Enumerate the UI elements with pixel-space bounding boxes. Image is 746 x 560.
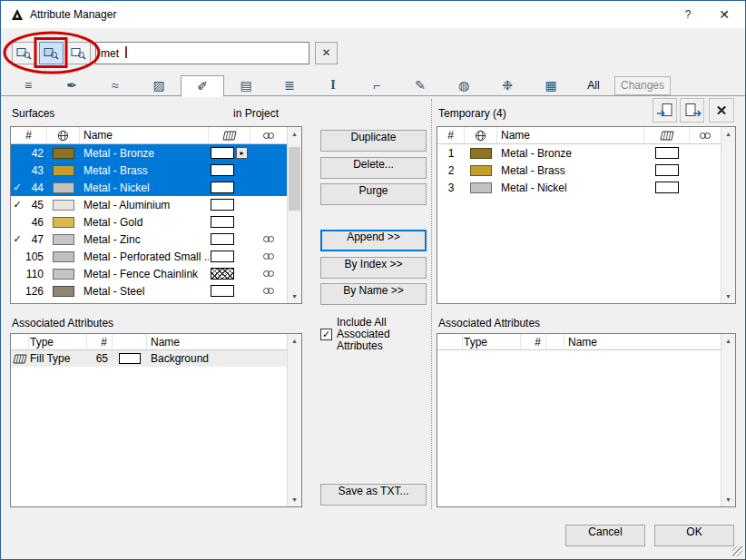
table-row[interactable]: 2 Metal - Brass bbox=[437, 162, 721, 179]
save-as-txt-button[interactable]: Save as TXT... bbox=[320, 484, 427, 506]
clear-temporary-button[interactable]: ✕ bbox=[709, 98, 734, 123]
row-checkmark: ✓ bbox=[11, 179, 24, 196]
globe-column-icon[interactable] bbox=[47, 127, 80, 143]
texture-column-icon[interactable] bbox=[690, 127, 721, 143]
table-row[interactable]: ✓ 45 Metal - Aluminium bbox=[11, 196, 287, 213]
column-header-type[interactable]: Type bbox=[463, 334, 521, 349]
tab-line-types[interactable]: ≈ bbox=[93, 75, 137, 96]
table-row[interactable]: ✓ 47 Metal - Zinc bbox=[11, 231, 287, 248]
table-row[interactable]: 42 Metal - Bronze ▸ bbox=[11, 144, 287, 162]
temporary-scrollbar[interactable]: ▲ ▼ bbox=[721, 127, 735, 303]
assoc-table-header: Type # Name bbox=[437, 334, 721, 350]
help-button[interactable]: ? bbox=[672, 1, 703, 28]
copy-to-temporary-button[interactable] bbox=[653, 98, 677, 123]
texture-icon bbox=[262, 269, 275, 279]
table-row[interactable]: ✓ 44 Metal - Nickel bbox=[11, 179, 287, 196]
table-row[interactable]: 110 Metal - Fence Chainlink bbox=[11, 265, 287, 282]
tab-layers[interactable]: ≡ bbox=[6, 75, 50, 96]
zones-icon: ⌐ bbox=[373, 78, 380, 93]
surface-color-swatch bbox=[470, 165, 492, 176]
left-panel-title: Surfaces bbox=[12, 107, 54, 120]
scroll-up-arrow[interactable]: ▲ bbox=[288, 127, 301, 141]
composites-icon: ▤ bbox=[240, 78, 251, 93]
column-header-name[interactable]: Name bbox=[147, 334, 287, 349]
tab-composites[interactable]: ▤ bbox=[224, 75, 268, 96]
fill-column-icon[interactable] bbox=[209, 127, 250, 143]
surfaces-scrollbar[interactable]: ▲ ▼ bbox=[287, 127, 301, 303]
texture-column-icon[interactable] bbox=[250, 127, 287, 143]
surface-color-swatch bbox=[470, 148, 492, 159]
tab-zones[interactable]: ⌐ bbox=[355, 75, 398, 96]
table-row[interactable]: 105 Metal - Perforated Small ... bbox=[11, 248, 287, 265]
tab-changes[interactable]: Changes bbox=[614, 76, 671, 95]
tab-all[interactable]: All bbox=[573, 75, 614, 96]
assoc-row[interactable]: Fill Type 65 Background bbox=[11, 350, 287, 367]
table-row[interactable]: 46 Metal - Gold bbox=[11, 213, 287, 231]
tab-cities[interactable]: ◍ bbox=[442, 75, 486, 96]
scroll-up-arrow[interactable]: ▲ bbox=[721, 127, 735, 141]
table-row[interactable]: 3 Metal - Nickel bbox=[437, 179, 721, 196]
temporary-table-header: # Name bbox=[437, 127, 721, 144]
scrollbar-thumb[interactable] bbox=[289, 147, 300, 211]
scroll-down-arrow[interactable]: ▼ bbox=[721, 290, 735, 303]
resize-grip[interactable] bbox=[732, 546, 742, 556]
table-row[interactable]: 126 Metal - Steel bbox=[11, 282, 287, 300]
right-assoc-scrollbar[interactable]: ▲ ▼ bbox=[721, 334, 735, 506]
scroll-down-arrow[interactable]: ▼ bbox=[288, 290, 301, 303]
include-all-checkbox[interactable]: ✓ bbox=[320, 329, 332, 340]
fill-popup-button[interactable]: ▸ bbox=[236, 147, 248, 159]
surface-color-swatch bbox=[53, 269, 74, 280]
search-mode-button-2[interactable] bbox=[39, 42, 64, 64]
include-all-label[interactable]: Include All Associated Attributes bbox=[337, 317, 407, 352]
cancel-button[interactable]: Cancel bbox=[565, 525, 645, 546]
search-mode-button-1[interactable] bbox=[12, 42, 36, 64]
column-header-number[interactable]: # bbox=[437, 127, 465, 143]
scroll-up-arrow[interactable]: ▲ bbox=[721, 334, 735, 348]
by-name-button[interactable]: By Name >> bbox=[320, 283, 427, 305]
tab-pen-sets[interactable]: ≣ bbox=[268, 75, 311, 96]
surface-color-swatch bbox=[53, 217, 74, 228]
hatch-icon bbox=[222, 131, 237, 141]
append-button[interactable]: Append >> bbox=[320, 230, 427, 251]
copy-from-temporary-button[interactable] bbox=[680, 98, 704, 123]
fill-swatch bbox=[211, 251, 234, 262]
line-types-icon: ≈ bbox=[112, 78, 119, 93]
tab-profiles[interactable]: I bbox=[311, 75, 355, 96]
globe-column-icon[interactable] bbox=[465, 127, 497, 143]
table-row[interactable]: 1 Metal - Bronze bbox=[437, 144, 721, 162]
pen-icon: ✒ bbox=[66, 78, 77, 93]
fill-column-icon[interactable] bbox=[644, 127, 690, 143]
tab-surfaces[interactable]: ✐ bbox=[181, 75, 224, 97]
column-header-name[interactable]: Name bbox=[80, 127, 209, 143]
fill-types-icon: ▨ bbox=[152, 78, 164, 93]
fill-swatch bbox=[211, 216, 234, 228]
left-assoc-scrollbar[interactable]: ▲ ▼ bbox=[287, 334, 301, 506]
tab-markup-styles[interactable]: ✎ bbox=[398, 75, 442, 96]
column-header-number[interactable]: # bbox=[87, 334, 113, 349]
clear-search-button[interactable]: ✕ bbox=[315, 42, 338, 64]
table-row[interactable]: 43 Metal - Brass bbox=[11, 162, 287, 179]
search-input[interactable] bbox=[95, 42, 309, 64]
scroll-up-arrow[interactable]: ▲ bbox=[288, 334, 301, 348]
column-header-name[interactable]: Name bbox=[497, 127, 644, 143]
fill-type-icon bbox=[13, 354, 27, 364]
surface-color-swatch bbox=[53, 182, 74, 193]
scroll-down-arrow[interactable]: ▼ bbox=[721, 493, 735, 506]
tab-building-materials[interactable]: ▦ bbox=[529, 75, 573, 96]
close-button[interactable]: ✕ bbox=[709, 1, 740, 28]
globe-icon bbox=[475, 130, 486, 142]
delete-button[interactable]: Delete... bbox=[320, 157, 427, 179]
tab-mep-systems[interactable]: ❉ bbox=[486, 75, 529, 96]
search-mode-button-3[interactable] bbox=[66, 42, 91, 64]
duplicate-button[interactable]: Duplicate bbox=[320, 130, 427, 152]
by-index-button[interactable]: By Index >> bbox=[320, 257, 427, 279]
tab-fill-types[interactable]: ▨ bbox=[137, 75, 181, 96]
purge-button[interactable]: Purge bbox=[320, 183, 427, 205]
scroll-down-arrow[interactable]: ▼ bbox=[288, 493, 301, 506]
column-header-name[interactable]: Name bbox=[564, 334, 721, 349]
column-header-number[interactable]: # bbox=[521, 334, 546, 349]
column-header-number[interactable]: # bbox=[11, 127, 47, 143]
tab-pens[interactable]: ✒ bbox=[50, 75, 93, 96]
ok-button[interactable]: OK bbox=[654, 525, 734, 546]
column-header-type[interactable]: Type bbox=[29, 334, 87, 349]
